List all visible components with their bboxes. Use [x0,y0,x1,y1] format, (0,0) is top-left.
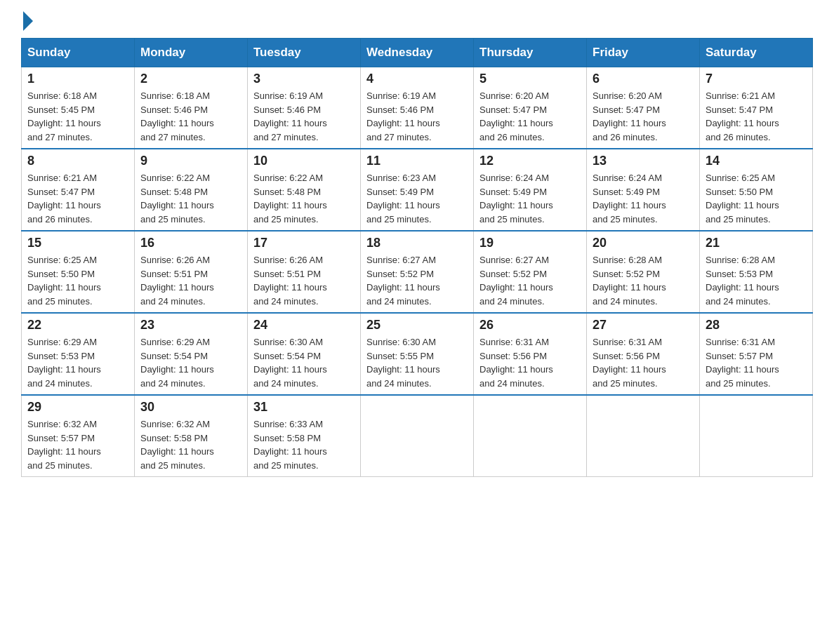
day-info: Sunrise: 6:31 AMSunset: 5:56 PMDaylight:… [479,337,553,389]
calendar-cell: 14 Sunrise: 6:25 AMSunset: 5:50 PMDaylig… [700,149,813,231]
calendar-week-2: 8 Sunrise: 6:21 AMSunset: 5:47 PMDayligh… [22,149,813,231]
day-info: Sunrise: 6:32 AMSunset: 5:57 PMDaylight:… [27,419,101,471]
calendar-table: SundayMondayTuesdayWednesdayThursdayFrid… [21,38,813,477]
day-number: 25 [366,318,468,333]
day-number: 19 [479,236,581,250]
calendar-header-saturday: Saturday [700,39,813,67]
calendar-header-friday: Friday [587,39,700,67]
calendar-header-wednesday: Wednesday [361,39,474,67]
day-number: 15 [27,236,128,250]
calendar-week-3: 15 Sunrise: 6:25 AMSunset: 5:50 PMDaylig… [22,231,813,313]
day-number: 8 [27,154,128,168]
day-info: Sunrise: 6:28 AMSunset: 5:52 PMDaylight:… [593,255,666,307]
day-number: 31 [253,400,355,415]
logo [21,14,33,31]
day-number: 26 [479,318,581,333]
day-info: Sunrise: 6:24 AMSunset: 5:49 PMDaylight:… [593,173,666,224]
calendar-header-sunday: Sunday [22,39,135,67]
day-info: Sunrise: 6:24 AMSunset: 5:49 PMDaylight:… [479,173,553,224]
calendar-cell: 16 Sunrise: 6:26 AMSunset: 5:51 PMDaylig… [135,231,248,313]
day-number: 13 [593,154,694,168]
calendar-cell: 31 Sunrise: 6:33 AMSunset: 5:58 PMDaylig… [248,395,361,477]
calendar-header-monday: Monday [135,39,248,67]
calendar-cell: 22 Sunrise: 6:29 AMSunset: 5:53 PMDaylig… [22,313,135,395]
calendar-cell [700,395,813,477]
day-info: Sunrise: 6:19 AMSunset: 5:46 PMDaylight:… [253,90,327,142]
calendar-cell: 29 Sunrise: 6:32 AMSunset: 5:57 PMDaylig… [22,395,135,477]
calendar-cell: 6 Sunrise: 6:20 AMSunset: 5:47 PMDayligh… [587,67,700,149]
day-number: 10 [253,154,355,168]
day-number: 7 [706,72,807,86]
day-number: 23 [140,318,241,333]
day-number: 11 [366,154,468,168]
day-info: Sunrise: 6:25 AMSunset: 5:50 PMDaylight:… [706,173,779,224]
day-info: Sunrise: 6:32 AMSunset: 5:58 PMDaylight:… [140,419,214,471]
day-number: 29 [27,400,128,415]
day-info: Sunrise: 6:31 AMSunset: 5:56 PMDaylight:… [593,337,666,389]
day-info: Sunrise: 6:31 AMSunset: 5:57 PMDaylight:… [706,337,779,389]
calendar-cell: 18 Sunrise: 6:27 AMSunset: 5:52 PMDaylig… [361,231,474,313]
day-info: Sunrise: 6:30 AMSunset: 5:55 PMDaylight:… [366,337,440,389]
calendar-cell: 2 Sunrise: 6:18 AMSunset: 5:46 PMDayligh… [135,67,248,149]
calendar-cell: 11 Sunrise: 6:23 AMSunset: 5:49 PMDaylig… [361,149,474,231]
calendar-cell: 26 Sunrise: 6:31 AMSunset: 5:56 PMDaylig… [474,313,587,395]
day-info: Sunrise: 6:23 AMSunset: 5:49 PMDaylight:… [366,173,440,224]
day-number: 1 [27,72,128,86]
day-number: 4 [366,72,468,86]
day-number: 30 [140,400,241,415]
calendar-week-4: 22 Sunrise: 6:29 AMSunset: 5:53 PMDaylig… [22,313,813,395]
calendar-cell: 21 Sunrise: 6:28 AMSunset: 5:53 PMDaylig… [700,231,813,313]
day-number: 22 [27,318,128,333]
calendar-cell: 28 Sunrise: 6:31 AMSunset: 5:57 PMDaylig… [700,313,813,395]
day-info: Sunrise: 6:18 AMSunset: 5:45 PMDaylight:… [27,90,101,142]
day-number: 18 [366,236,468,250]
calendar-cell: 1 Sunrise: 6:18 AMSunset: 5:45 PMDayligh… [22,67,135,149]
day-number: 5 [479,72,581,86]
day-number: 27 [593,318,694,333]
day-info: Sunrise: 6:18 AMSunset: 5:46 PMDaylight:… [140,90,214,142]
calendar-cell: 20 Sunrise: 6:28 AMSunset: 5:52 PMDaylig… [587,231,700,313]
calendar-cell: 3 Sunrise: 6:19 AMSunset: 5:46 PMDayligh… [248,67,361,149]
day-info: Sunrise: 6:33 AMSunset: 5:58 PMDaylight:… [253,419,327,471]
day-number: 16 [140,236,241,250]
calendar-cell: 17 Sunrise: 6:26 AMSunset: 5:51 PMDaylig… [248,231,361,313]
calendar-cell: 24 Sunrise: 6:30 AMSunset: 5:54 PMDaylig… [248,313,361,395]
calendar-cell: 27 Sunrise: 6:31 AMSunset: 5:56 PMDaylig… [587,313,700,395]
day-info: Sunrise: 6:26 AMSunset: 5:51 PMDaylight:… [253,255,327,307]
calendar-cell [474,395,587,477]
day-number: 6 [593,72,694,86]
day-number: 20 [593,236,694,250]
calendar-cell: 4 Sunrise: 6:19 AMSunset: 5:46 PMDayligh… [361,67,474,149]
calendar-cell: 30 Sunrise: 6:32 AMSunset: 5:58 PMDaylig… [135,395,248,477]
day-info: Sunrise: 6:29 AMSunset: 5:53 PMDaylight:… [27,337,101,389]
day-number: 3 [253,72,355,86]
calendar-cell: 8 Sunrise: 6:21 AMSunset: 5:47 PMDayligh… [22,149,135,231]
calendar-cell [361,395,474,477]
calendar-header-thursday: Thursday [474,39,587,67]
calendar-week-1: 1 Sunrise: 6:18 AMSunset: 5:45 PMDayligh… [22,67,813,149]
calendar-cell: 12 Sunrise: 6:24 AMSunset: 5:49 PMDaylig… [474,149,587,231]
calendar-cell: 25 Sunrise: 6:30 AMSunset: 5:55 PMDaylig… [361,313,474,395]
calendar-cell: 13 Sunrise: 6:24 AMSunset: 5:49 PMDaylig… [587,149,700,231]
calendar-header-row: SundayMondayTuesdayWednesdayThursdayFrid… [22,39,813,67]
day-number: 24 [253,318,355,333]
day-number: 28 [706,318,807,333]
calendar-cell [587,395,700,477]
day-info: Sunrise: 6:19 AMSunset: 5:46 PMDaylight:… [366,90,440,142]
day-number: 9 [140,154,241,168]
day-info: Sunrise: 6:29 AMSunset: 5:54 PMDaylight:… [140,337,214,389]
day-info: Sunrise: 6:26 AMSunset: 5:51 PMDaylight:… [140,255,214,307]
day-info: Sunrise: 6:20 AMSunset: 5:47 PMDaylight:… [593,90,666,142]
day-info: Sunrise: 6:21 AMSunset: 5:47 PMDaylight:… [706,90,779,142]
calendar-header-tuesday: Tuesday [248,39,361,67]
calendar-week-5: 29 Sunrise: 6:32 AMSunset: 5:57 PMDaylig… [22,395,813,477]
logo-triangle-icon [23,11,33,31]
day-info: Sunrise: 6:22 AMSunset: 5:48 PMDaylight:… [140,173,214,224]
day-number: 17 [253,236,355,250]
day-info: Sunrise: 6:21 AMSunset: 5:47 PMDaylight:… [27,173,101,224]
day-number: 12 [479,154,581,168]
day-info: Sunrise: 6:20 AMSunset: 5:47 PMDaylight:… [479,90,553,142]
page-header [21,14,813,31]
day-info: Sunrise: 6:28 AMSunset: 5:53 PMDaylight:… [706,255,779,307]
day-info: Sunrise: 6:25 AMSunset: 5:50 PMDaylight:… [27,255,101,307]
